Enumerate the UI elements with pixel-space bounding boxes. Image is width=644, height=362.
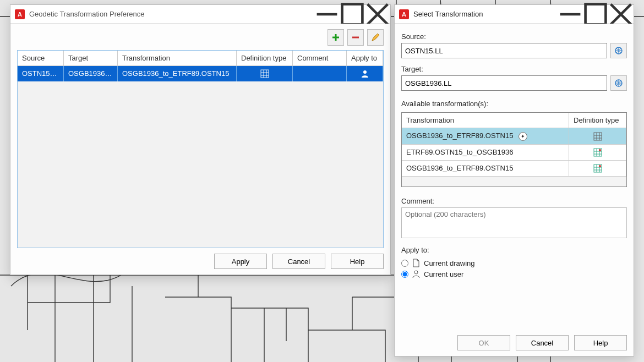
cell-transformation: OSGB1936_to_ETRF89.OSTN15 ✦ (402, 128, 569, 144)
compass-icon: ✦ (519, 132, 527, 141)
radio-current-drawing-input[interactable] (401, 260, 408, 267)
edit-button[interactable] (367, 29, 384, 46)
document-icon (412, 259, 421, 267)
svg-point-21 (363, 70, 367, 74)
cell-target: OSGB1936.LL (64, 66, 118, 81)
dialog-select-transformation: A Select Transformation Source: Target: (394, 4, 634, 356)
col-source[interactable]: Source (18, 51, 64, 65)
add-button[interactable] (328, 29, 344, 46)
plus-icon (331, 33, 340, 42)
col-definition-type[interactable]: Definition type (237, 51, 293, 65)
app-icon: A (15, 9, 25, 19)
pencil-icon (371, 33, 380, 42)
cell-transformation: OSGB1936_to_ETRF89.OSTN15 (118, 66, 237, 81)
cell-comment (293, 66, 347, 81)
source-input[interactable] (401, 43, 607, 58)
available-transformations-table[interactable]: Transformation Definition type OSGB1936_… (401, 112, 627, 187)
cancel-button[interactable]: Cancel (272, 254, 325, 269)
titlebar[interactable]: A Select Transformation (395, 5, 634, 24)
svg-rect-23 (586, 4, 606, 24)
app-icon: A (399, 9, 409, 19)
table-row[interactable]: OSGB1936_to_ETRF89.OSTN15 (402, 161, 626, 177)
target-input[interactable] (401, 75, 607, 91)
close-button[interactable] (365, 5, 390, 24)
comment-label: Comment: (401, 197, 627, 205)
globe-picker-icon (614, 79, 623, 87)
col-definition-type[interactable]: Definition type (569, 113, 626, 128)
col-apply-to[interactable]: Apply to (347, 51, 383, 65)
svg-point-45 (414, 271, 418, 274)
apply-to-label: Apply to: (401, 246, 627, 254)
cell-definition-type (237, 66, 293, 81)
window-title: Select Transformation (413, 10, 558, 18)
radio-current-drawing[interactable]: Current drawing (401, 259, 627, 267)
help-button[interactable]: Help (331, 254, 384, 269)
cell-definition-type (569, 145, 626, 160)
minimize-button[interactable] (558, 5, 583, 24)
close-button[interactable] (608, 5, 634, 24)
maximize-button[interactable] (583, 5, 608, 24)
table-row[interactable]: OSTN15.LL OSGB1936.LL OSGB1936_to_ETRF89… (18, 66, 383, 81)
help-button[interactable]: Help (574, 335, 627, 350)
cell-apply-to (347, 66, 383, 81)
maximize-button[interactable] (340, 5, 365, 24)
user-icon (412, 270, 421, 278)
svg-rect-16 (261, 70, 269, 78)
grid-interp-icon (260, 69, 269, 78)
radio-current-user-input[interactable] (401, 271, 408, 278)
cell-definition-type (569, 161, 626, 176)
table-row[interactable]: ETRF89.OSTN15_to_OSGB1936 (402, 145, 626, 161)
table-row[interactable]: OSGB1936_to_ETRF89.OSTN15 ✦ (402, 128, 626, 145)
source-label: Source: (401, 32, 627, 41)
window-title: Geodetic Transformation Preference (29, 10, 314, 18)
user-icon (361, 69, 369, 78)
grid-interp-color-icon (593, 164, 602, 173)
globe-picker-icon (614, 46, 623, 55)
col-target[interactable]: Target (64, 51, 118, 65)
grid-interp-color-icon (593, 148, 602, 157)
table-empty-area (18, 81, 383, 248)
col-transformation[interactable]: Transformation (118, 51, 237, 65)
source-picker-button[interactable] (610, 43, 627, 58)
svg-point-38 (599, 149, 601, 151)
grid-interp-icon (593, 132, 602, 141)
col-transformation[interactable]: Transformation (402, 113, 569, 128)
cell-transformation: OSGB1936_to_ETRF89.OSTN15 (402, 161, 569, 176)
remove-button[interactable] (347, 29, 364, 46)
table-header: Source Target Transformation Definition … (18, 51, 383, 66)
titlebar[interactable]: A Geodetic Transformation Preference (10, 5, 390, 24)
radio-current-user[interactable]: Current user (401, 270, 627, 278)
cell-transformation: ETRF89.OSTN15_to_OSGB1936 (402, 145, 569, 160)
preference-table[interactable]: Source Target Transformation Definition … (17, 50, 384, 248)
dialog-geodetic-preference: A Geodetic Transformation Preference (10, 4, 391, 275)
apply-button[interactable]: Apply (214, 254, 267, 269)
svg-rect-28 (594, 133, 602, 140)
cancel-button[interactable]: Cancel (516, 335, 569, 350)
target-picker-button[interactable] (610, 75, 627, 91)
minus-icon (351, 33, 360, 42)
col-comment[interactable]: Comment (293, 51, 347, 65)
available-label: Available transformation(s): (401, 100, 627, 108)
ok-button[interactable]: OK (457, 335, 510, 350)
table-footer-spacer (402, 177, 626, 187)
cell-definition-type (569, 128, 626, 144)
minimize-button[interactable] (314, 5, 340, 24)
target-label: Target: (401, 65, 627, 73)
svg-rect-10 (342, 4, 363, 24)
svg-point-44 (599, 165, 601, 167)
cell-source: OSTN15.LL (18, 66, 64, 81)
comment-input[interactable] (401, 207, 627, 238)
